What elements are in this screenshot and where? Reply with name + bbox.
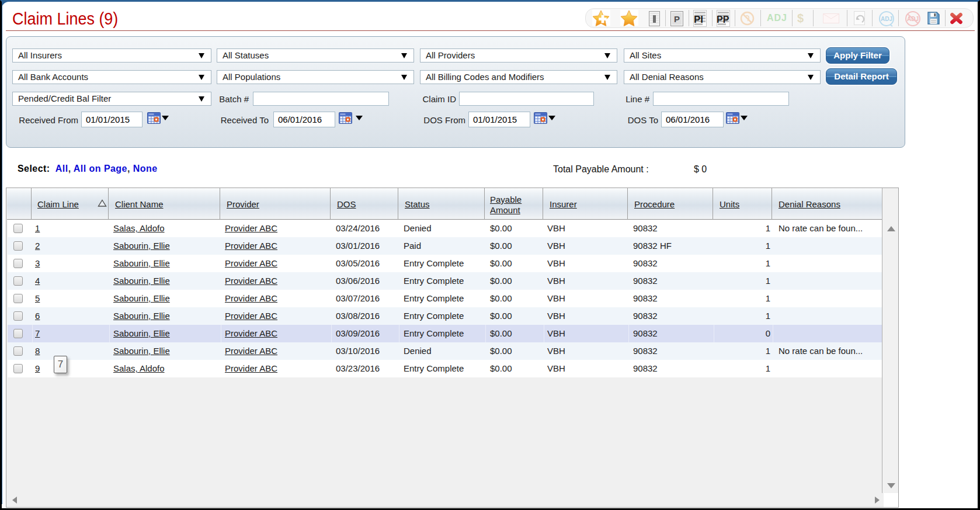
svg-text:ADJ: ADJ bbox=[881, 16, 892, 22]
svg-text:PI: PI bbox=[694, 14, 703, 25]
svg-text:P: P bbox=[674, 14, 680, 24]
svg-text:PP: PP bbox=[717, 15, 729, 25]
